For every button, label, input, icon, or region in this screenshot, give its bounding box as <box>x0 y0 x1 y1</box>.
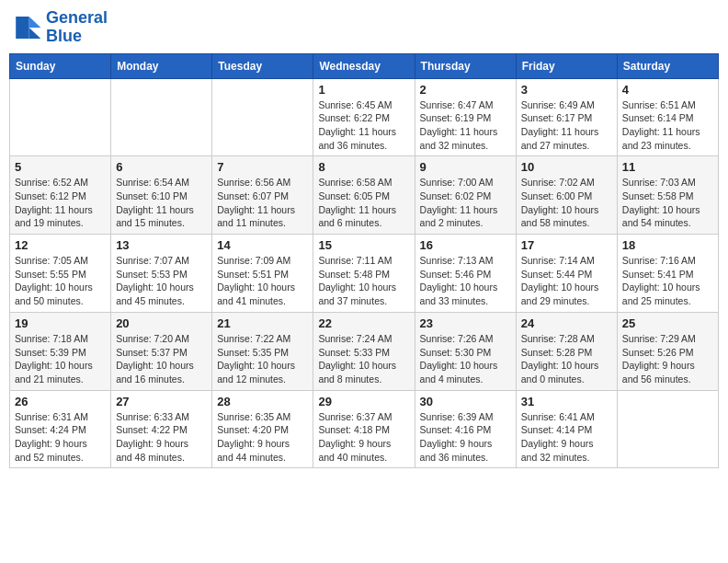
logo: General Blue <box>13 9 108 46</box>
calendar-cell: 29Sunrise: 6:37 AM Sunset: 4:18 PM Dayli… <box>313 390 415 468</box>
day-number: 20 <box>116 316 207 330</box>
day-number: 5 <box>15 160 106 174</box>
weekday-header-tuesday: Tuesday <box>212 53 313 78</box>
day-number: 24 <box>521 316 612 330</box>
calendar-cell: 5Sunrise: 6:52 AM Sunset: 6:12 PM Daylig… <box>10 156 111 235</box>
day-number: 4 <box>622 83 713 97</box>
calendar-cell: 11Sunrise: 7:03 AM Sunset: 5:58 PM Dayli… <box>617 156 718 235</box>
calendar-cell: 17Sunrise: 7:14 AM Sunset: 5:44 PM Dayli… <box>516 235 617 313</box>
day-info: Sunrise: 7:26 AM Sunset: 5:30 PM Dayligh… <box>420 332 511 386</box>
day-info: Sunrise: 7:14 AM Sunset: 5:44 PM Dayligh… <box>521 254 612 308</box>
day-info: Sunrise: 6:37 AM Sunset: 4:18 PM Dayligh… <box>318 410 409 465</box>
day-number: 10 <box>521 160 612 174</box>
day-number: 11 <box>622 160 713 174</box>
day-info: Sunrise: 6:35 AM Sunset: 4:20 PM Dayligh… <box>217 410 308 465</box>
weekday-row: SundayMondayTuesdayWednesdayThursdayFrid… <box>10 53 719 78</box>
week-row-4: 19Sunrise: 7:18 AM Sunset: 5:39 PM Dayli… <box>10 312 719 390</box>
calendar-cell: 12Sunrise: 7:05 AM Sunset: 5:55 PM Dayli… <box>10 235 111 313</box>
day-number: 8 <box>318 160 409 174</box>
calendar-cell: 20Sunrise: 7:20 AM Sunset: 5:37 PM Dayli… <box>111 312 212 390</box>
svg-marker-0 <box>29 17 41 28</box>
day-info: Sunrise: 7:02 AM Sunset: 6:00 PM Dayligh… <box>521 176 612 230</box>
calendar-cell: 27Sunrise: 6:33 AM Sunset: 4:22 PM Dayli… <box>111 390 212 468</box>
calendar-cell: 1Sunrise: 6:45 AM Sunset: 6:22 PM Daylig… <box>313 78 415 156</box>
day-info: Sunrise: 7:11 AM Sunset: 5:48 PM Dayligh… <box>318 254 409 308</box>
day-number: 1 <box>318 83 409 97</box>
calendar-cell: 30Sunrise: 6:39 AM Sunset: 4:16 PM Dayli… <box>415 390 516 468</box>
calendar-cell: 31Sunrise: 6:41 AM Sunset: 4:14 PM Dayli… <box>516 390 617 468</box>
day-number: 26 <box>15 395 106 408</box>
day-info: Sunrise: 6:54 AM Sunset: 6:10 PM Dayligh… <box>116 176 207 230</box>
weekday-header-saturday: Saturday <box>617 53 718 78</box>
calendar-cell: 18Sunrise: 7:16 AM Sunset: 5:41 PM Dayli… <box>617 235 718 313</box>
calendar-cell <box>111 78 212 156</box>
day-info: Sunrise: 6:47 AM Sunset: 6:19 PM Dayligh… <box>420 98 511 153</box>
calendar-cell <box>10 78 111 156</box>
calendar-cell: 13Sunrise: 7:07 AM Sunset: 5:53 PM Dayli… <box>111 235 212 313</box>
weekday-header-thursday: Thursday <box>415 53 516 78</box>
day-info: Sunrise: 7:03 AM Sunset: 5:58 PM Dayligh… <box>622 176 713 230</box>
calendar-cell: 4Sunrise: 6:51 AM Sunset: 6:14 PM Daylig… <box>617 78 718 156</box>
day-number: 16 <box>420 238 511 252</box>
day-number: 14 <box>217 238 308 252</box>
week-row-3: 12Sunrise: 7:05 AM Sunset: 5:55 PM Dayli… <box>10 235 719 313</box>
calendar-cell <box>212 78 313 156</box>
day-info: Sunrise: 7:16 AM Sunset: 5:41 PM Dayligh… <box>622 254 713 308</box>
calendar-cell: 2Sunrise: 6:47 AM Sunset: 6:19 PM Daylig… <box>415 78 516 156</box>
calendar-cell: 26Sunrise: 6:31 AM Sunset: 4:24 PM Dayli… <box>10 390 111 468</box>
day-info: Sunrise: 7:07 AM Sunset: 5:53 PM Dayligh… <box>116 254 207 308</box>
calendar-body: 1Sunrise: 6:45 AM Sunset: 6:22 PM Daylig… <box>10 78 719 468</box>
day-info: Sunrise: 6:52 AM Sunset: 6:12 PM Dayligh… <box>15 176 106 230</box>
day-number: 31 <box>521 395 612 408</box>
day-info: Sunrise: 7:13 AM Sunset: 5:46 PM Dayligh… <box>420 254 511 308</box>
logo-text: General Blue <box>46 9 108 46</box>
day-number: 6 <box>116 160 207 174</box>
day-number: 15 <box>318 238 409 252</box>
day-number: 21 <box>217 316 308 330</box>
day-info: Sunrise: 6:51 AM Sunset: 6:14 PM Dayligh… <box>622 98 713 153</box>
calendar-cell: 22Sunrise: 7:24 AM Sunset: 5:33 PM Dayli… <box>313 312 415 390</box>
day-info: Sunrise: 6:58 AM Sunset: 6:05 PM Dayligh… <box>318 176 409 230</box>
day-number: 9 <box>420 160 511 174</box>
calendar-cell: 14Sunrise: 7:09 AM Sunset: 5:51 PM Dayli… <box>212 235 313 313</box>
day-info: Sunrise: 7:28 AM Sunset: 5:28 PM Dayligh… <box>521 332 612 386</box>
week-row-5: 26Sunrise: 6:31 AM Sunset: 4:24 PM Dayli… <box>10 390 719 468</box>
day-number: 22 <box>318 316 409 330</box>
day-number: 27 <box>116 395 207 408</box>
weekday-header-wednesday: Wednesday <box>313 53 415 78</box>
day-number: 7 <box>217 160 308 174</box>
calendar-cell: 24Sunrise: 7:28 AM Sunset: 5:28 PM Dayli… <box>516 312 617 390</box>
calendar-cell: 7Sunrise: 6:56 AM Sunset: 6:07 PM Daylig… <box>212 156 313 235</box>
svg-marker-1 <box>29 28 41 39</box>
day-info: Sunrise: 6:31 AM Sunset: 4:24 PM Dayligh… <box>15 410 106 465</box>
day-info: Sunrise: 6:39 AM Sunset: 4:16 PM Dayligh… <box>420 410 511 465</box>
weekday-header-monday: Monday <box>111 53 212 78</box>
calendar-cell: 9Sunrise: 7:00 AM Sunset: 6:02 PM Daylig… <box>415 156 516 235</box>
day-info: Sunrise: 7:24 AM Sunset: 5:33 PM Dayligh… <box>318 332 409 386</box>
day-info: Sunrise: 7:29 AM Sunset: 5:26 PM Dayligh… <box>622 332 713 386</box>
day-number: 25 <box>622 316 713 330</box>
calendar-cell: 21Sunrise: 7:22 AM Sunset: 5:35 PM Dayli… <box>212 312 313 390</box>
calendar-cell: 15Sunrise: 7:11 AM Sunset: 5:48 PM Dayli… <box>313 235 415 313</box>
day-info: Sunrise: 7:18 AM Sunset: 5:39 PM Dayligh… <box>15 332 106 386</box>
day-info: Sunrise: 7:00 AM Sunset: 6:02 PM Dayligh… <box>420 176 511 230</box>
calendar-cell: 25Sunrise: 7:29 AM Sunset: 5:26 PM Dayli… <box>617 312 718 390</box>
calendar-cell: 16Sunrise: 7:13 AM Sunset: 5:46 PM Dayli… <box>415 235 516 313</box>
calendar-cell <box>617 390 718 468</box>
day-number: 23 <box>420 316 511 330</box>
day-number: 17 <box>521 238 612 252</box>
day-number: 18 <box>622 238 713 252</box>
calendar-cell: 8Sunrise: 6:58 AM Sunset: 6:05 PM Daylig… <box>313 156 415 235</box>
day-number: 29 <box>318 395 409 408</box>
day-info: Sunrise: 7:09 AM Sunset: 5:51 PM Dayligh… <box>217 254 308 308</box>
calendar-header: SundayMondayTuesdayWednesdayThursdayFrid… <box>10 53 719 78</box>
weekday-header-friday: Friday <box>516 53 617 78</box>
day-info: Sunrise: 6:56 AM Sunset: 6:07 PM Dayligh… <box>217 176 308 230</box>
logo-icon <box>13 13 42 42</box>
page-header: General Blue <box>9 9 719 46</box>
calendar-cell: 23Sunrise: 7:26 AM Sunset: 5:30 PM Dayli… <box>415 312 516 390</box>
svg-rect-2 <box>16 17 28 39</box>
day-info: Sunrise: 6:49 AM Sunset: 6:17 PM Dayligh… <box>521 98 612 153</box>
weekday-header-sunday: Sunday <box>10 53 111 78</box>
day-number: 3 <box>521 83 612 97</box>
